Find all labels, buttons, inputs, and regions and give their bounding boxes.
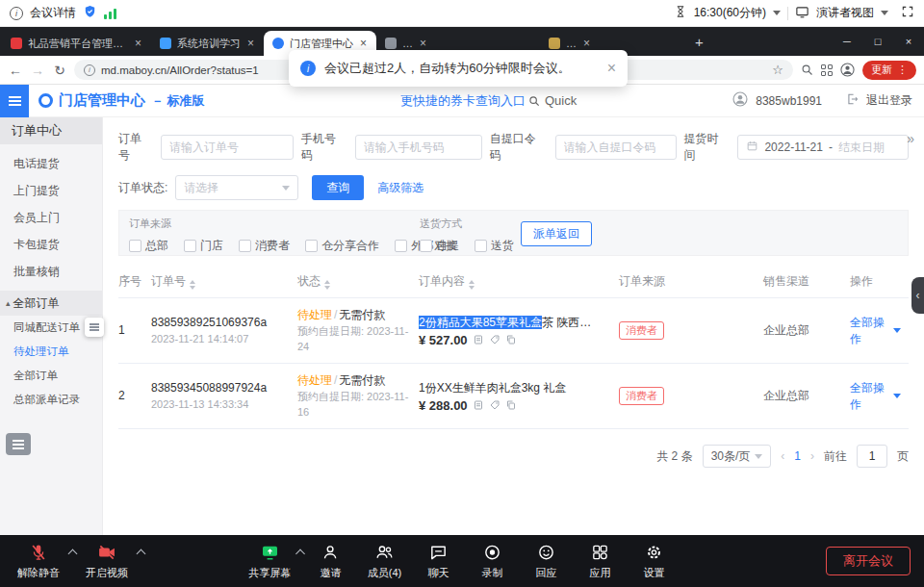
browser-update-button[interactable]: 更新 ⋮	[862, 61, 916, 80]
sidebar-collapse-handle[interactable]	[85, 318, 104, 337]
floating-list-widget[interactable]	[6, 433, 31, 455]
timer-dropdown-icon[interactable]	[773, 11, 781, 15]
leave-meeting-button[interactable]: 离开会议	[826, 547, 911, 575]
profile-icon[interactable]	[839, 62, 856, 78]
order-no-input[interactable]	[161, 135, 294, 160]
invite-button[interactable]: 邀请	[304, 542, 358, 580]
checkbox-source-consumer[interactable]: 消费者	[239, 238, 290, 254]
sidebar-item-pending-orders[interactable]: 待处理订单	[0, 340, 102, 364]
sidebar-item-member-visit[interactable]: 会员上门	[0, 204, 102, 231]
checkbox-icon[interactable]	[305, 240, 318, 252]
site-info-icon[interactable]: i	[84, 64, 95, 76]
meeting-details-label[interactable]: 会议详情	[30, 5, 76, 21]
order-status-select[interactable]: 请选择	[175, 175, 298, 200]
next-page-button[interactable]: ›	[810, 449, 814, 463]
checkbox-icon[interactable]	[395, 240, 407, 252]
fullscreen-icon[interactable]	[901, 5, 914, 21]
toast-close-icon[interactable]: ×	[607, 60, 616, 77]
sort-icon[interactable]	[469, 280, 475, 290]
copy-icon[interactable]	[505, 334, 517, 345]
browser-tab-1[interactable]: 礼品营销平台管理中心 ×	[2, 31, 151, 56]
meeting-info-icon[interactable]: i	[10, 7, 23, 20]
unmute-button[interactable]: 解除静音	[12, 542, 65, 580]
receipt-icon[interactable]	[473, 334, 484, 345]
quick-search[interactable]: Quick	[527, 93, 577, 108]
logout-label[interactable]: 退出登录	[866, 92, 912, 109]
reactions-button[interactable]: 回应	[520, 542, 574, 580]
window-maximize-button[interactable]: □	[862, 36, 893, 47]
tab-close-icon[interactable]: ×	[582, 37, 591, 50]
checkbox-source-warehouse-coop[interactable]: 仓分享合作	[305, 238, 379, 254]
camera-options-chevron[interactable]	[137, 549, 146, 559]
col-status[interactable]: 状态	[297, 273, 419, 290]
mic-options-chevron[interactable]	[68, 549, 78, 559]
sidebar-group-all-orders[interactable]: ▴ 全部订单	[0, 291, 102, 316]
current-page[interactable]: 1	[794, 449, 801, 463]
copy-icon[interactable]	[505, 399, 517, 411]
start-video-button[interactable]: 开启视频	[80, 542, 134, 580]
search-icon[interactable]	[800, 63, 814, 77]
meeting-panel-expander[interactable]: ‹	[911, 277, 924, 314]
bookmark-star-icon[interactable]: ☆	[772, 63, 783, 77]
app-logo[interactable]: 门店管理中心 － 标准版	[38, 91, 205, 110]
sidebar-item-phone-pickup[interactable]: 电话提货	[0, 150, 102, 177]
page-size-select[interactable]: 30条/页	[703, 445, 772, 468]
forward-button[interactable]: →	[30, 63, 45, 78]
window-minimize-button[interactable]: ─	[832, 36, 862, 47]
sidebar-item-hq-dispatch-records[interactable]: 总部派单记录	[0, 388, 102, 412]
new-tab-button[interactable]: +	[684, 34, 714, 50]
checkbox-delivery-deliver[interactable]: 送货	[475, 238, 514, 254]
apps-button[interactable]: 应用	[574, 542, 628, 580]
all-actions-dropdown[interactable]: 全部操作	[850, 315, 901, 347]
checkbox-icon[interactable]	[475, 240, 487, 252]
checkbox-icon[interactable]	[239, 240, 251, 252]
view-dropdown-icon[interactable]	[881, 11, 888, 15]
tab-close-icon[interactable]: ×	[359, 37, 368, 50]
checkbox-icon[interactable]	[420, 240, 432, 252]
security-shield-icon[interactable]	[83, 4, 97, 22]
advanced-filter-link[interactable]: 高级筛选	[377, 180, 424, 196]
browser-tab-2[interactable]: 系统培训学习 ×	[151, 31, 264, 56]
phone-input[interactable]	[355, 135, 482, 160]
browser-menu-icon[interactable]: ⋮	[897, 64, 908, 76]
dispatch-return-button[interactable]: 派单返回	[521, 221, 592, 246]
checkbox-icon[interactable]	[129, 240, 141, 252]
sidebar-item-all-orders[interactable]: 全部订单	[0, 364, 102, 388]
receipt-icon[interactable]	[473, 399, 484, 411]
back-button[interactable]: ←	[8, 63, 23, 78]
meeting-timer[interactable]: 16:30(60分钟)	[694, 5, 766, 21]
sort-icon[interactable]	[190, 280, 195, 290]
col-content[interactable]: 订单内容	[419, 273, 619, 290]
sidebar-item-door-pickup[interactable]: 上门提货	[0, 177, 102, 204]
window-close-button[interactable]: ×	[893, 36, 924, 47]
chat-button[interactable]: 聊天	[412, 542, 466, 580]
tab-close-icon[interactable]: ×	[134, 37, 142, 50]
tag-icon[interactable]	[489, 399, 500, 411]
share-screen-button[interactable]: 共享屏幕	[244, 542, 297, 580]
sidebar-item-batch-verify[interactable]: 批量核销	[0, 258, 102, 285]
tab-close-icon[interactable]: ×	[419, 37, 427, 50]
view-mode-label[interactable]: 演讲者视图	[816, 5, 874, 21]
checkbox-source-store[interactable]: 门店	[184, 238, 223, 254]
coupon-query-link[interactable]: 更快捷的券卡查询入口	[400, 92, 526, 110]
date-start[interactable]: 2022-11-21	[764, 140, 823, 154]
goto-page-input[interactable]	[857, 445, 887, 468]
logout-icon[interactable]	[846, 92, 860, 109]
members-button[interactable]: 成员(4)	[358, 542, 412, 580]
checkbox-icon[interactable]	[184, 240, 196, 252]
tab-close-icon[interactable]: ×	[246, 37, 255, 50]
user-avatar-icon[interactable]	[732, 90, 749, 111]
checkbox-delivery-selfpickup[interactable]: 自提	[420, 238, 459, 254]
sort-icon[interactable]	[324, 280, 330, 290]
pickup-date-range[interactable]: 2022-11-21 - 结束日期	[737, 135, 909, 160]
sidebar-item-card-pickup[interactable]: 卡包提货	[0, 231, 102, 258]
tag-icon[interactable]	[489, 334, 500, 345]
search-button[interactable]: 查询	[312, 175, 364, 200]
sidebar-toggle-button[interactable]	[0, 85, 29, 117]
record-button[interactable]: 录制	[466, 542, 520, 580]
collapse-filters-icon[interactable]: »	[907, 131, 914, 146]
prev-page-button[interactable]: ‹	[781, 449, 784, 463]
extensions-icon[interactable]	[821, 64, 833, 76]
col-order-no[interactable]: 订单号	[151, 273, 297, 290]
checkbox-source-hq[interactable]: 总部	[129, 238, 168, 254]
